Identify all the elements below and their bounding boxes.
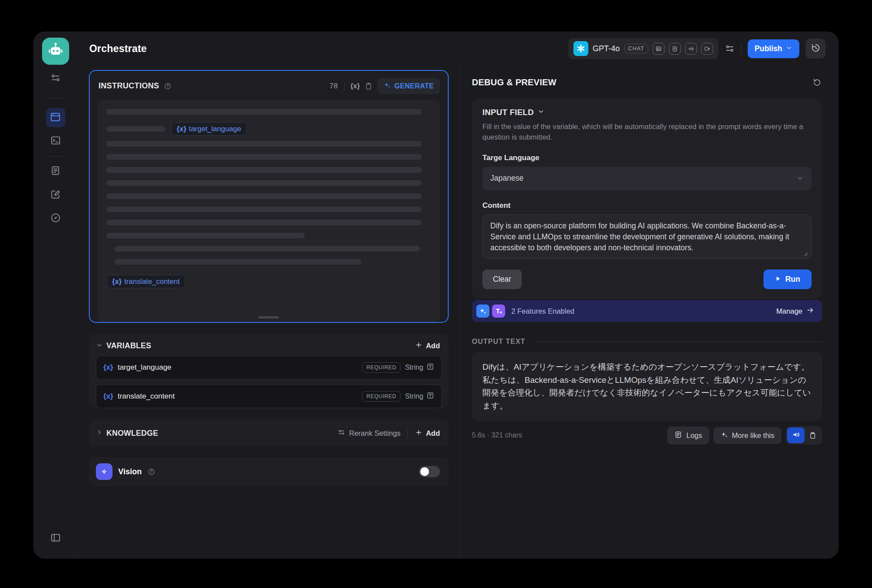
more-like-this-label: More like this [732, 431, 774, 440]
input-field-header[interactable]: INPUT FIELD [482, 108, 812, 117]
skeleton-line [106, 180, 422, 186]
rerank-label: Rerank Settings [349, 429, 401, 438]
refresh-icon[interactable] [812, 77, 822, 88]
variable-row[interactable]: {x} target_language REQUIRED String [96, 356, 442, 379]
generate-button[interactable]: GENERATE [377, 78, 440, 94]
string-type-icon [426, 363, 434, 372]
orchestrate-column: INSTRUCTIONS 78 {x} [78, 66, 460, 559]
copy-output-button[interactable] [805, 431, 821, 440]
plus-icon [415, 341, 422, 350]
sparkle-icon [383, 81, 391, 91]
skeleton-line [106, 141, 422, 147]
document-capability-icon [669, 43, 681, 55]
history-button[interactable] [805, 38, 826, 59]
skeleton-line [106, 220, 422, 225]
skeleton-line [115, 246, 420, 252]
top-bar-actions: GPT-4o CHAT [568, 38, 826, 59]
variable-token: {x} [103, 392, 113, 401]
variable-type: String [405, 392, 434, 401]
logs-button[interactable]: Logs [667, 427, 709, 444]
string-type-icon [426, 392, 434, 401]
sliders-icon [338, 428, 345, 438]
add-knowledge-button[interactable]: Add [415, 429, 440, 438]
content-textarea[interactable]: Dify is an open-source platform for buil… [482, 214, 812, 259]
help-icon[interactable] [164, 82, 172, 90]
more-like-this-button[interactable]: More like this [714, 427, 781, 444]
knowledge-title: KNOWLEDGE [106, 429, 158, 438]
input-field-title: INPUT FIELD [482, 108, 534, 117]
sidebar-item-settings[interactable] [46, 69, 65, 88]
run-button[interactable]: Run [763, 270, 812, 289]
sidebar-item-logs[interactable] [46, 162, 65, 181]
resize-grip-icon[interactable] [802, 251, 808, 256]
text-to-speech-feature-icon [492, 304, 505, 318]
chevron-down-icon[interactable] [96, 342, 103, 350]
debug-header: DEBUG & PREVIEW [472, 77, 822, 88]
help-icon[interactable] [148, 468, 155, 476]
insert-variable-button[interactable]: {x} [351, 82, 360, 90]
clear-button[interactable]: Clear [482, 270, 522, 289]
instructions-header: INSTRUCTIONS 78 {x} [90, 71, 448, 98]
output-card: Difyは、AIアプリケーションを構築するためのオープンソースプラットフォームで… [472, 352, 822, 421]
openai-logo [573, 41, 588, 56]
play-audio-button[interactable] [787, 427, 805, 443]
variable-chip[interactable]: {x}translate_content [106, 275, 186, 288]
prompt-editor[interactable]: {x}target_language {x}translate_content [98, 100, 440, 322]
sidebar-item-monitoring[interactable] [46, 209, 65, 228]
sparkle-icon [721, 431, 728, 440]
char-count: 78 [330, 82, 338, 91]
header-divider [344, 82, 345, 90]
instructions-panel: INSTRUCTIONS 78 {x} [89, 70, 449, 323]
vision-capability-icon [653, 43, 665, 55]
variable-type: String [405, 363, 434, 372]
sidebar-item-orchestrate[interactable] [46, 108, 65, 127]
target-language-select[interactable]: Japanese [482, 167, 812, 190]
rerank-settings-button[interactable]: Rerank Settings [338, 428, 401, 438]
input-field-description: Fill in the value of the variable, which… [482, 122, 812, 143]
debug-title: DEBUG & PREVIEW [472, 77, 556, 88]
compass-icon [50, 212, 61, 225]
skeleton-line [106, 233, 305, 238]
content-value: Dify is an open-source platform for buil… [490, 221, 789, 252]
resize-handle[interactable] [259, 316, 279, 318]
selected-value: Japanese [490, 174, 524, 183]
logs-icon [674, 430, 682, 441]
add-variable-button[interactable]: Add [415, 341, 440, 350]
skeleton-row: {x}target_language [106, 122, 431, 136]
variable-row[interactable]: {x} translate_content REQUIRED String [96, 385, 442, 408]
vision-toggle[interactable] [419, 466, 440, 477]
sidebar [33, 32, 78, 559]
sliders-icon [50, 72, 61, 85]
copy-prompt-button[interactable] [364, 82, 373, 91]
page-title: Orchestrate [89, 43, 147, 55]
features-enabled-text: 2 Features Enabled [511, 307, 574, 315]
main-area: Orchestrate GPT-4o [78, 32, 839, 559]
generate-label: GENERATE [394, 82, 434, 90]
publish-button[interactable]: Publish [748, 39, 799, 58]
chevron-right-icon[interactable] [96, 429, 103, 438]
sidebar-item-annotation[interactable] [46, 186, 65, 205]
manage-label: Manage [776, 307, 802, 315]
required-badge: REQUIRED [362, 362, 401, 373]
sidebar-item-terminal[interactable] [46, 132, 65, 151]
play-icon [775, 275, 781, 284]
manage-features-button[interactable]: Manage [776, 306, 814, 316]
skeleton-line [115, 259, 362, 265]
app-logo[interactable] [42, 38, 69, 65]
edit-note-icon [50, 189, 61, 202]
terminal-icon [50, 135, 61, 148]
model-name: GPT-4o [593, 44, 620, 53]
collapse-sidebar-button[interactable] [46, 529, 65, 548]
plus-icon [415, 429, 422, 438]
output-footer: 5.6s · 321 chars Logs [472, 426, 822, 444]
publish-label: Publish [755, 44, 782, 53]
model-config-button[interactable] [724, 43, 735, 54]
required-badge: REQUIRED [362, 391, 401, 402]
skeleton-line [106, 167, 422, 173]
variable-chip[interactable]: {x}target_language [171, 122, 247, 136]
variables-header: VARIABLES Add [89, 334, 449, 356]
audio-capability-icon [685, 43, 697, 55]
run-controls: Clear Run [482, 270, 812, 289]
model-selector[interactable]: GPT-4o CHAT [568, 38, 718, 59]
features-bar[interactable]: 2 Features Enabled Manage [472, 300, 822, 322]
